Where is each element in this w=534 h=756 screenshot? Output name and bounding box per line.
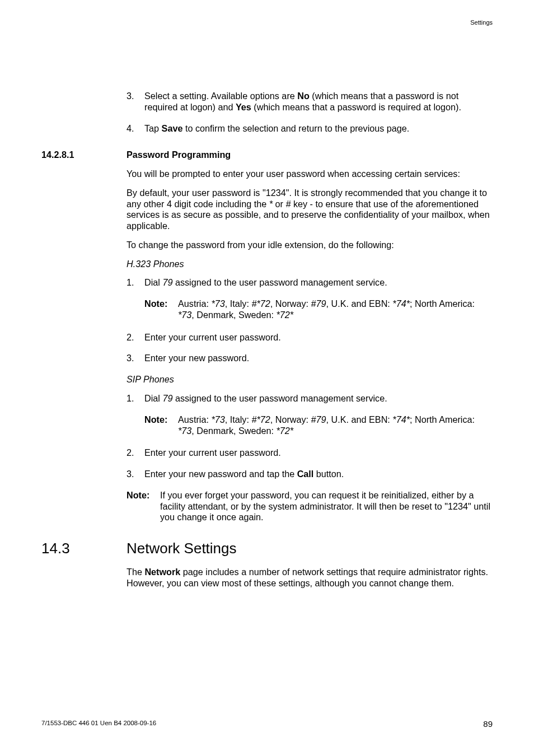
paragraph: To change the password from your idle ex… bbox=[127, 240, 493, 251]
subhead-sip: SIP Phones bbox=[127, 374, 493, 385]
paragraph: By default, your user password is "1234"… bbox=[127, 188, 493, 232]
code: #*72 bbox=[251, 298, 270, 309]
code: #79 bbox=[311, 414, 326, 424]
note-label: Note: bbox=[144, 414, 178, 437]
t: , Norway: bbox=[270, 298, 311, 309]
section-title: Network Settings bbox=[127, 540, 237, 558]
t: , Italy: bbox=[225, 298, 252, 309]
code: *72* bbox=[276, 426, 293, 436]
subhead-h323: H.323 Phones bbox=[127, 259, 493, 270]
step-text: Enter your new password. bbox=[144, 353, 493, 364]
section-body-14-3: The Network page includes a number of ne… bbox=[127, 567, 493, 589]
sip-note: Note: Austria: *73, Italy: #*72, Norway:… bbox=[144, 414, 493, 437]
code: *73 bbox=[178, 426, 191, 436]
step-number: 2. bbox=[127, 447, 144, 459]
step-3: 3. Select a setting. Available options a… bbox=[127, 91, 493, 113]
page: Settings 3. Select a setting. Available … bbox=[0, 0, 534, 756]
t: ; North America: bbox=[410, 298, 475, 309]
section-number: 14.3 bbox=[41, 540, 127, 558]
code: #79 bbox=[311, 298, 326, 309]
code: *73 bbox=[211, 298, 224, 309]
word-yes: Yes bbox=[236, 102, 251, 112]
t: to confirm the selection and return to t… bbox=[182, 123, 409, 133]
word-save: Save bbox=[162, 123, 183, 133]
note-text: Austria: *73, Italy: #*72, Norway: #79, … bbox=[178, 414, 493, 437]
code: #*72 bbox=[251, 414, 270, 424]
t: , U.K. and EBN: bbox=[326, 414, 393, 424]
t: , U.K. and EBN: bbox=[326, 298, 393, 309]
step-number: 4. bbox=[127, 123, 144, 134]
h323-step-2: 2. Enter your current user password. bbox=[127, 332, 493, 343]
code: *74* bbox=[392, 414, 410, 424]
content: 3. Select a setting. Available options a… bbox=[41, 91, 493, 589]
final-note: Note: If you ever forget your password, … bbox=[127, 490, 493, 523]
code: *72* bbox=[276, 310, 293, 320]
note-label: Note: bbox=[127, 490, 160, 523]
t: Enter your new password and tap the bbox=[144, 469, 297, 479]
step-number: 1. bbox=[127, 277, 144, 288]
code: *73 bbox=[211, 414, 224, 424]
step-number: 3. bbox=[127, 91, 144, 113]
step-text: Select a setting. Available options are … bbox=[144, 91, 493, 113]
sip-step-3: 3. Enter your new password and tap the C… bbox=[127, 469, 493, 480]
step-text: Dial 79 assigned to the user password ma… bbox=[144, 277, 493, 288]
section-body: You will be prompted to enter your user … bbox=[127, 169, 493, 523]
step-text: Enter your new password and tap the Call… bbox=[144, 469, 493, 480]
t: page includes a number of network settin… bbox=[127, 567, 488, 588]
dial-code: 79 bbox=[162, 277, 172, 287]
t: Dial bbox=[144, 393, 162, 403]
step-number: 2. bbox=[127, 332, 144, 343]
h323-step-3: 3. Enter your new password. bbox=[127, 353, 493, 364]
step-number: 1. bbox=[127, 393, 144, 404]
t: (which means that a password is required… bbox=[251, 102, 461, 112]
steps-continued: 3. Select a setting. Available options a… bbox=[127, 91, 493, 134]
t: , Denmark, Sweden: bbox=[191, 310, 276, 320]
paragraph: You will be prompted to enter your user … bbox=[127, 169, 493, 180]
t: Select a setting. Available options are bbox=[144, 91, 297, 101]
note-text: Austria: *73, Italy: #*72, Norway: #79, … bbox=[178, 298, 493, 321]
step-number: 3. bbox=[127, 353, 144, 364]
t: Austria: bbox=[178, 414, 211, 424]
footer: 7/1553-DBC 446 01 Uen B4 2008-09-16 89 bbox=[41, 719, 493, 729]
t: button. bbox=[313, 469, 344, 479]
sip-step-1: 1. Dial 79 assigned to the user password… bbox=[127, 393, 493, 404]
t: , Norway: bbox=[270, 414, 311, 424]
footer-left: 7/1553-DBC 446 01 Uen B4 2008-09-16 bbox=[41, 719, 156, 729]
dial-code: 79 bbox=[162, 393, 172, 403]
step-text: Enter your current user password. bbox=[144, 447, 493, 459]
step-text: Tap Save to confirm the selection and re… bbox=[144, 123, 493, 134]
t: , Italy: bbox=[225, 414, 252, 424]
note-text: If you ever forget your password, you ca… bbox=[160, 490, 493, 523]
word-network: Network bbox=[144, 567, 180, 577]
t: Austria: bbox=[178, 298, 211, 309]
section-number: 14.2.8.1 bbox=[41, 150, 127, 161]
t: Tap bbox=[144, 123, 162, 133]
step-text: Enter your current user password. bbox=[144, 332, 493, 343]
note-label: Note: bbox=[144, 298, 178, 321]
step-number: 3. bbox=[127, 469, 144, 480]
t: assigned to the user password management… bbox=[172, 393, 387, 403]
section-14-3: 14.3 Network Settings bbox=[41, 540, 493, 558]
paragraph: The Network page includes a number of ne… bbox=[127, 567, 493, 589]
t: Dial bbox=[144, 277, 162, 287]
code: *73 bbox=[178, 310, 191, 320]
t: ; North America: bbox=[410, 414, 475, 424]
section-14-2-8-1: 14.2.8.1 Password Programming bbox=[41, 150, 493, 161]
sip-step-2: 2. Enter your current user password. bbox=[127, 447, 493, 459]
word-no: No bbox=[297, 91, 310, 101]
h323-step-1: 1. Dial 79 assigned to the user password… bbox=[127, 277, 493, 288]
t: or bbox=[273, 199, 285, 209]
t: , Denmark, Sweden: bbox=[191, 426, 276, 436]
code: *74* bbox=[392, 298, 410, 309]
header-right: Settings bbox=[470, 19, 493, 26]
h323-note: Note: Austria: *73, Italy: #*72, Norway:… bbox=[144, 298, 493, 321]
step-text: Dial 79 assigned to the user password ma… bbox=[144, 393, 493, 404]
page-number: 89 bbox=[483, 719, 493, 729]
section-title: Password Programming bbox=[127, 150, 493, 161]
t: assigned to the user password management… bbox=[172, 277, 387, 287]
step-4: 4. Tap Save to confirm the selection and… bbox=[127, 123, 493, 134]
t: The bbox=[127, 567, 144, 577]
word-call: Call bbox=[297, 469, 314, 479]
